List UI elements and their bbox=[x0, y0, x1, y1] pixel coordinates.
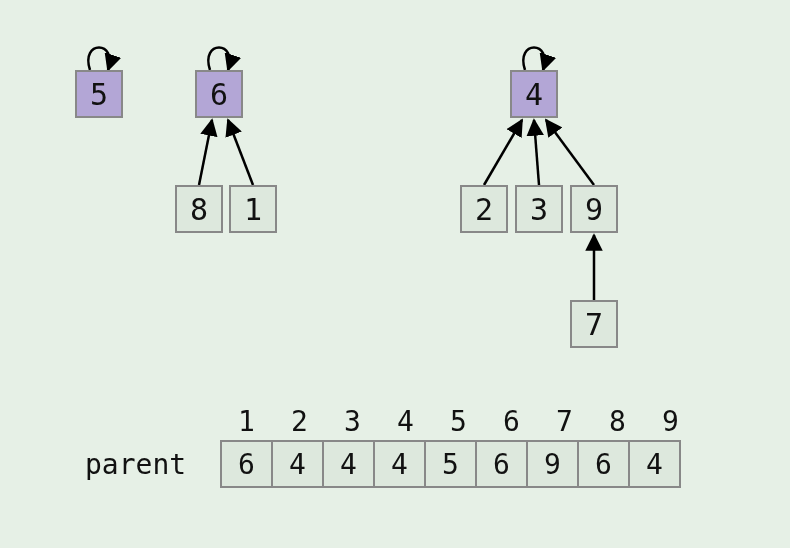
parent-value-cell: 9 bbox=[526, 440, 579, 488]
node-6-label: 6 bbox=[210, 77, 228, 112]
node-2: 2 bbox=[460, 185, 508, 233]
node-4: 4 bbox=[510, 70, 558, 118]
parent-index-cell: 4 bbox=[379, 400, 432, 440]
node-5: 5 bbox=[75, 70, 123, 118]
node-2-label: 2 bbox=[475, 192, 493, 227]
self-loop-6-icon bbox=[208, 48, 229, 71]
node-1-label: 1 bbox=[244, 192, 262, 227]
node-7-label: 7 bbox=[585, 307, 603, 342]
parent-index-cell: 8 bbox=[591, 400, 644, 440]
edge-1-6-icon bbox=[228, 120, 253, 185]
node-3: 3 bbox=[515, 185, 563, 233]
parent-index-cell: 1 bbox=[220, 400, 273, 440]
parent-index-cell: 9 bbox=[644, 400, 697, 440]
node-9: 9 bbox=[570, 185, 618, 233]
parent-value-cell: 4 bbox=[373, 440, 426, 488]
node-7: 7 bbox=[570, 300, 618, 348]
parent-value-cell: 6 bbox=[577, 440, 630, 488]
parent-value-cell: 4 bbox=[271, 440, 324, 488]
parent-value-cell: 4 bbox=[322, 440, 375, 488]
parent-value-cell: 6 bbox=[475, 440, 528, 488]
node-8: 8 bbox=[175, 185, 223, 233]
node-6: 6 bbox=[195, 70, 243, 118]
parent-index-cell: 7 bbox=[538, 400, 591, 440]
node-4-label: 4 bbox=[525, 77, 543, 112]
parent-index-cell: 2 bbox=[273, 400, 326, 440]
self-loop-5-icon bbox=[88, 48, 109, 71]
parent-index-cell: 5 bbox=[432, 400, 485, 440]
node-8-label: 8 bbox=[190, 192, 208, 227]
parent-index-row: 1 2 3 4 5 6 7 8 9 bbox=[220, 400, 697, 440]
parent-value-row: 6 4 4 4 5 6 9 6 4 bbox=[220, 440, 697, 488]
edge-2-4-icon bbox=[484, 120, 522, 185]
parent-index-cell: 6 bbox=[485, 400, 538, 440]
parent-value-cell: 6 bbox=[220, 440, 273, 488]
edge-3-4-icon bbox=[534, 120, 539, 185]
node-5-label: 5 bbox=[90, 77, 108, 112]
edge-8-6-icon bbox=[199, 120, 212, 185]
parent-value-cell: 4 bbox=[628, 440, 681, 488]
parent-array-label: parent bbox=[85, 448, 186, 481]
edge-9-4-icon bbox=[546, 120, 594, 185]
parent-index-cell: 3 bbox=[326, 400, 379, 440]
node-1: 1 bbox=[229, 185, 277, 233]
self-loop-4-icon bbox=[523, 48, 544, 71]
node-3-label: 3 bbox=[530, 192, 548, 227]
node-9-label: 9 bbox=[585, 192, 603, 227]
parent-value-cell: 5 bbox=[424, 440, 477, 488]
